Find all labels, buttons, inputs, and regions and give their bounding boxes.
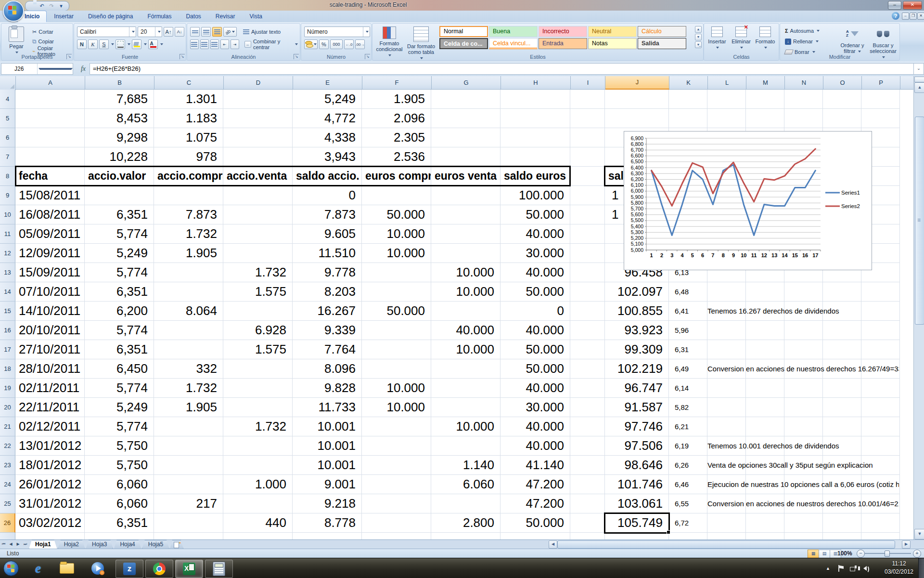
- cell-d26[interactable]: 440: [223, 513, 293, 533]
- network-button[interactable]: [850, 558, 857, 578]
- first-sheet-icon[interactable]: ⏮: [0, 540, 7, 549]
- cell-m20[interactable]: [746, 398, 784, 417]
- row-header-6[interactable]: 6: [0, 128, 15, 147]
- column-header-h[interactable]: H: [501, 76, 571, 90]
- cell-o5[interactable]: [823, 109, 861, 128]
- cell-j5[interactable]: [605, 109, 669, 128]
- cell-n21[interactable]: [784, 417, 823, 436]
- show-hidden-icons-button[interactable]: ▲: [826, 558, 830, 578]
- row-header-24[interactable]: 24: [0, 475, 15, 494]
- cell-h8[interactable]: saldo euros: [500, 167, 570, 186]
- cell-d24[interactable]: 1.000: [223, 475, 293, 494]
- borders-button[interactable]: [116, 39, 125, 49]
- column-header-p[interactable]: P: [862, 76, 900, 90]
- cell-f9[interactable]: [362, 186, 431, 205]
- cell-b26[interactable]: 6,351: [85, 513, 154, 533]
- column-header-g[interactable]: G: [432, 76, 501, 90]
- cell-d22[interactable]: [223, 436, 293, 456]
- column-header-i[interactable]: I: [571, 76, 605, 90]
- cell-style-neutral[interactable]: Neutral: [588, 26, 637, 37]
- cell-c22[interactable]: [154, 436, 223, 456]
- sheet-tab-hoja1[interactable]: Hoja1: [29, 540, 57, 549]
- tab-datos[interactable]: Datos: [179, 11, 208, 22]
- cell-d10[interactable]: [223, 205, 293, 224]
- orientation-button[interactable]: ab: [223, 27, 237, 37]
- name-box-dropdown-icon[interactable]: [37, 64, 73, 74]
- cell-f23[interactable]: [362, 456, 431, 475]
- cell-h6[interactable]: [500, 128, 570, 147]
- cell-i16[interactable]: [570, 321, 605, 340]
- cell-a4[interactable]: [15, 90, 85, 109]
- cell-h7[interactable]: [500, 147, 570, 167]
- cell-k24[interactable]: 6,46: [669, 475, 707, 494]
- cell-j24[interactable]: 101.746: [605, 475, 669, 494]
- cell-m14[interactable]: [746, 282, 784, 302]
- cell-o21[interactable]: [823, 417, 861, 436]
- cell-d11[interactable]: [223, 224, 293, 244]
- cell-c4[interactable]: 1.301: [154, 90, 223, 109]
- cell-style-notas[interactable]: Notas: [588, 38, 637, 49]
- cell-e9[interactable]: 0: [293, 186, 362, 205]
- cell-i4[interactable]: [570, 90, 605, 109]
- cell-e18[interactable]: 8.096: [293, 359, 362, 379]
- cell-f16[interactable]: [362, 321, 431, 340]
- cell-h22[interactable]: 40.000: [500, 436, 570, 456]
- cell-p4[interactable]: [861, 90, 900, 109]
- cell-d8[interactable]: accio.venta: [223, 167, 293, 186]
- increase-decimal-button[interactable]: ←.0: [344, 39, 354, 49]
- cell-e4[interactable]: 5,249: [293, 90, 362, 109]
- cell-i21[interactable]: [570, 417, 605, 436]
- cell-c10[interactable]: 7.873: [154, 205, 223, 224]
- cell-i6[interactable]: [570, 128, 605, 147]
- conditional-formatting-button[interactable]: Formato condicional: [373, 25, 405, 58]
- cell-h25[interactable]: 47.200: [500, 494, 570, 513]
- cell-b9[interactable]: [85, 186, 154, 205]
- cell-l5[interactable]: [707, 109, 746, 128]
- cell-h11[interactable]: 40.000: [500, 224, 570, 244]
- name-box[interactable]: J26: [1, 63, 73, 75]
- cell-f12[interactable]: 10.000: [362, 244, 431, 263]
- cell-n17[interactable]: [784, 340, 823, 359]
- cell-b20[interactable]: 5,249: [85, 398, 154, 417]
- cell-h18[interactable]: 50.000: [500, 359, 570, 379]
- cell-g21[interactable]: 10.000: [431, 417, 500, 436]
- help-button[interactable]: ?: [892, 12, 899, 20]
- cell-j14[interactable]: 102.097: [605, 282, 669, 302]
- scroll-down-icon[interactable]: ▼: [914, 529, 924, 539]
- cell-g22[interactable]: [431, 436, 500, 456]
- cell-d4[interactable]: [223, 90, 293, 109]
- media-player-button[interactable]: [90, 560, 106, 577]
- cell-e17[interactable]: 7.764: [293, 340, 362, 359]
- cell-g23[interactable]: 1.140: [431, 456, 500, 475]
- cell-c18[interactable]: 332: [154, 359, 223, 379]
- cell-k19[interactable]: 6,14: [669, 379, 707, 398]
- cell-d12[interactable]: [223, 244, 293, 263]
- cell-e21[interactable]: 10.001: [293, 417, 362, 436]
- row-header-10[interactable]: 10: [0, 205, 15, 224]
- cell-n5[interactable]: [784, 109, 823, 128]
- cell-a15[interactable]: 14/10/2011: [15, 302, 85, 321]
- cell-e19[interactable]: 9.828: [293, 379, 362, 398]
- cell-o26[interactable]: [823, 513, 861, 533]
- cell-style-incorrecto[interactable]: Incorrecto: [539, 26, 587, 37]
- cell-h24[interactable]: 47.200: [500, 475, 570, 494]
- cell-e26[interactable]: 8.778: [293, 513, 362, 533]
- cell-e8[interactable]: saldo accio.: [293, 167, 362, 186]
- cell-f25[interactable]: [362, 494, 431, 513]
- selected-cell-j26[interactable]: [604, 512, 670, 534]
- cell-h4[interactable]: [500, 90, 570, 109]
- row-header-22[interactable]: 22: [0, 436, 15, 456]
- cell-a21[interactable]: 02/12/2011: [15, 417, 85, 436]
- column-header-d[interactable]: D: [224, 76, 293, 90]
- cell-c5[interactable]: 1.183: [154, 109, 223, 128]
- next-sheet-icon[interactable]: ▶: [14, 540, 22, 549]
- cell-c6[interactable]: 1.075: [154, 128, 223, 147]
- workbook-close-icon[interactable]: ✕: [917, 13, 924, 20]
- cell-c8[interactable]: accio.compra: [154, 167, 223, 186]
- cell-d6[interactable]: [223, 128, 293, 147]
- percent-style-button[interactable]: %: [319, 39, 329, 49]
- cell-e12[interactable]: 11.510: [293, 244, 362, 263]
- cell-e7[interactable]: 3,943: [293, 147, 362, 167]
- window-restore-icon[interactable]: ❐: [910, 13, 917, 20]
- cell-g15[interactable]: [431, 302, 500, 321]
